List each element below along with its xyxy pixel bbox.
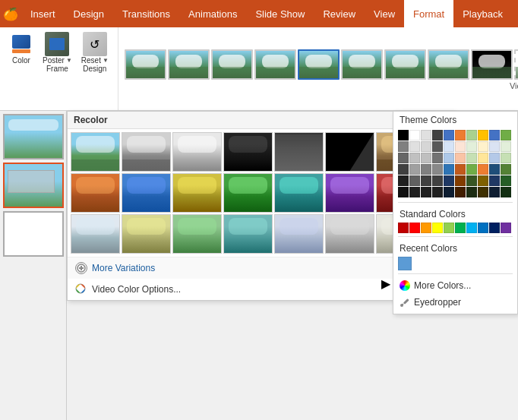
theme-color-swatch-42[interactable]	[421, 175, 431, 186]
theme-color-swatch-2[interactable]	[421, 130, 431, 141]
color-button[interactable]: Color	[6, 30, 36, 66]
eyedropper-button[interactable]: Eyedropper	[393, 294, 517, 311]
theme-color-swatch-45[interactable]	[455, 175, 466, 186]
theme-color-swatch-5[interactable]	[455, 130, 466, 141]
theme-color-swatch-56[interactable]	[466, 187, 477, 197]
theme-color-swatch-14[interactable]	[444, 141, 454, 152]
recolor-cell-8[interactable]	[122, 173, 171, 213]
slide-thumb-1[interactable]	[3, 114, 64, 159]
recent-color-swatch-0[interactable]	[398, 257, 412, 270]
theme-color-swatch-29[interactable]	[501, 153, 511, 163]
style-thumb-1[interactable]	[125, 49, 166, 80]
theme-color-swatch-50[interactable]	[398, 187, 409, 197]
theme-color-swatch-22[interactable]	[421, 153, 431, 163]
menu-animations[interactable]: Animations	[179, 0, 246, 27]
theme-color-swatch-57[interactable]	[478, 187, 488, 197]
theme-color-swatch-20[interactable]	[398, 153, 409, 163]
theme-color-swatch-24[interactable]	[444, 153, 454, 163]
theme-color-swatch-1[interactable]	[409, 130, 420, 141]
office-icon[interactable]: 🍊	[0, 0, 21, 27]
theme-color-swatch-9[interactable]	[501, 130, 511, 141]
theme-color-swatch-4[interactable]	[444, 130, 454, 141]
recolor-cell-19[interactable]	[325, 214, 374, 254]
style-thumb-6[interactable]	[341, 49, 383, 80]
recolor-cell-4[interactable]	[274, 132, 324, 172]
style-thumb-9[interactable]	[471, 49, 513, 80]
theme-color-swatch-3[interactable]	[432, 130, 443, 141]
theme-color-swatch-55[interactable]	[455, 187, 466, 197]
style-thumb-3[interactable]	[211, 49, 253, 80]
theme-color-swatch-58[interactable]	[489, 187, 500, 197]
standard-color-swatch-4[interactable]	[444, 223, 454, 233]
reset-design-button[interactable]: ↺ Reset ▼ Design	[78, 30, 112, 74]
slide-thumb-3[interactable]	[3, 211, 64, 257]
recolor-cell-10[interactable]	[223, 173, 273, 213]
standard-color-swatch-1[interactable]	[409, 223, 420, 233]
style-thumb-10[interactable]	[514, 49, 518, 80]
theme-color-swatch-23[interactable]	[432, 153, 443, 163]
recolor-cell-11[interactable]	[274, 173, 324, 213]
theme-color-swatch-51[interactable]	[409, 187, 420, 197]
theme-color-swatch-13[interactable]	[432, 141, 443, 152]
style-thumb-5[interactable]	[298, 49, 340, 80]
theme-color-swatch-31[interactable]	[409, 164, 420, 175]
theme-color-swatch-47[interactable]	[478, 175, 488, 186]
standard-color-swatch-6[interactable]	[466, 223, 477, 233]
style-thumb-8[interactable]	[428, 49, 469, 80]
theme-color-swatch-35[interactable]	[455, 164, 466, 175]
theme-color-swatch-30[interactable]	[398, 164, 409, 175]
theme-color-swatch-46[interactable]	[466, 175, 477, 186]
theme-color-swatch-36[interactable]	[466, 164, 477, 175]
standard-color-swatch-7[interactable]	[478, 223, 488, 233]
theme-color-swatch-25[interactable]	[455, 153, 466, 163]
recolor-cell-1[interactable]	[122, 132, 171, 172]
menu-format[interactable]: Format	[404, 0, 453, 27]
theme-color-swatch-48[interactable]	[489, 175, 500, 186]
style-thumb-4[interactable]	[254, 49, 296, 80]
standard-color-swatch-0[interactable]	[398, 223, 409, 233]
recolor-cell-15[interactable]	[122, 214, 171, 254]
theme-color-swatch-7[interactable]	[478, 130, 488, 141]
theme-color-swatch-40[interactable]	[398, 175, 409, 186]
menu-insert[interactable]: Insert	[21, 0, 65, 27]
theme-color-swatch-32[interactable]	[421, 164, 431, 175]
menu-slideshow[interactable]: Slide Show	[246, 0, 314, 27]
recolor-cell-5[interactable]	[325, 132, 374, 172]
theme-color-swatch-44[interactable]	[444, 175, 454, 186]
theme-color-swatch-11[interactable]	[409, 141, 420, 152]
recolor-cell-9[interactable]	[172, 173, 222, 213]
menu-design[interactable]: Design	[65, 0, 113, 27]
theme-color-swatch-15[interactable]	[455, 141, 466, 152]
theme-color-swatch-39[interactable]	[501, 164, 511, 175]
style-thumb-7[interactable]	[384, 49, 426, 80]
poster-frame-button[interactable]: Poster ▼ Frame	[39, 30, 75, 74]
recolor-cell-12[interactable]	[325, 173, 374, 213]
theme-color-swatch-8[interactable]	[489, 130, 500, 141]
recolor-cell-17[interactable]	[223, 214, 273, 254]
more-colors-button[interactable]: More Colors...	[393, 277, 517, 294]
theme-color-swatch-38[interactable]	[489, 164, 500, 175]
theme-color-swatch-17[interactable]	[478, 141, 488, 152]
theme-color-swatch-52[interactable]	[421, 187, 431, 197]
theme-color-swatch-27[interactable]	[478, 153, 488, 163]
menu-view[interactable]: View	[365, 0, 404, 27]
menu-review[interactable]: Review	[314, 0, 365, 27]
theme-color-swatch-37[interactable]	[478, 164, 488, 175]
standard-color-swatch-8[interactable]	[489, 223, 500, 233]
menu-playback[interactable]: Playback	[453, 0, 512, 27]
recolor-cell-0[interactable]	[71, 132, 120, 172]
standard-color-swatch-5[interactable]	[455, 223, 466, 233]
recolor-cell-18[interactable]	[274, 214, 324, 254]
recolor-cell-7[interactable]	[71, 173, 120, 213]
theme-color-swatch-49[interactable]	[501, 175, 511, 186]
standard-color-swatch-9[interactable]	[501, 223, 511, 233]
theme-color-swatch-19[interactable]	[501, 141, 511, 152]
theme-color-swatch-26[interactable]	[466, 153, 477, 163]
recolor-cell-3[interactable]	[223, 132, 273, 172]
recolor-cell-14[interactable]	[71, 214, 120, 254]
theme-color-swatch-43[interactable]	[432, 175, 443, 186]
style-thumb-2[interactable]	[168, 49, 210, 80]
theme-color-swatch-6[interactable]	[466, 130, 477, 141]
standard-color-swatch-3[interactable]	[432, 223, 443, 233]
theme-color-swatch-16[interactable]	[466, 141, 477, 152]
